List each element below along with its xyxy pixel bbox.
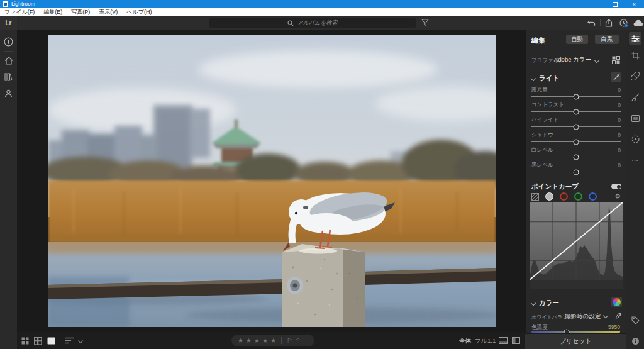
slider-knob[interactable] [574, 125, 579, 130]
channel-red-button[interactable] [560, 192, 568, 201]
slider-row-shadows: シャドウ 0 [531, 131, 621, 147]
menu-edit[interactable]: 編集(E) [39, 8, 67, 16]
slider-knob[interactable] [574, 170, 579, 175]
shadows-slider[interactable] [531, 139, 621, 145]
grid-view-button[interactable] [21, 336, 30, 345]
search-input[interactable]: アルバムを検索 [209, 18, 416, 28]
wb-eyedropper-button[interactable] [615, 312, 622, 319]
slider-row-contrast: コントラスト 0 [531, 101, 621, 116]
healing-tool-button[interactable] [629, 70, 641, 82]
filmstrip-toggle-button[interactable] [499, 336, 508, 345]
titlebar: Lightroom × [0, 0, 644, 8]
slider-label: 黒レベル [531, 162, 553, 169]
star-4[interactable]: ★ [262, 335, 268, 346]
star-1[interactable]: ★ [238, 335, 243, 346]
color-mixer-button[interactable] [611, 297, 622, 307]
exposure-slider[interactable] [531, 94, 621, 100]
community-button[interactable] [0, 87, 17, 99]
zoom-fit-button[interactable]: 全体 [459, 337, 471, 345]
star-2[interactable]: ★ [246, 335, 252, 346]
edit-tool-button[interactable] [629, 32, 641, 45]
frame-tool-button[interactable] [629, 112, 641, 125]
channel-luma-button[interactable] [545, 192, 553, 201]
target-circle-icon [631, 135, 640, 143]
light-section-header[interactable]: ライト [531, 74, 559, 83]
eyedropper-icon [615, 312, 622, 319]
person-icon [4, 89, 13, 97]
color-chevron-icon [531, 301, 536, 306]
pick-flag-button[interactable]: ⚐ [287, 335, 292, 346]
square-grid-view-button[interactable] [33, 336, 42, 345]
rating-flag-pill: ★ ★ ★ ★ ★ ⚐ ⚐ [231, 335, 314, 346]
slider-knob[interactable] [574, 109, 579, 115]
crop-tool-button[interactable] [629, 49, 641, 62]
slider-knob[interactable] [574, 155, 579, 160]
star-5[interactable]: ★ [270, 335, 276, 346]
curve-settings-button[interactable]: ⚙ [614, 192, 621, 201]
menu-help[interactable]: ヘルプ(H) [122, 8, 156, 16]
keywords-button[interactable] [629, 314, 641, 326]
detail-view-button[interactable] [47, 336, 55, 345]
slider-value: 0 [618, 102, 621, 108]
profile-value[interactable]: Adobe カラー [554, 56, 591, 64]
profile-browser-button[interactable] [612, 56, 620, 64]
slider-knob[interactable] [574, 94, 579, 100]
bw-button[interactable]: 白黒 [595, 35, 619, 44]
zoom-full-button[interactable]: フル [475, 337, 487, 345]
reject-flag-button[interactable]: ⚐ [295, 335, 301, 346]
slider-value: 0 [618, 162, 621, 169]
healing-bandaid-icon [631, 72, 640, 80]
bottombar-divider [60, 337, 60, 344]
photo[interactable] [48, 35, 496, 327]
zoom-1to1-button[interactable]: 1:1 [487, 337, 496, 344]
point-curve-toggle[interactable] [611, 184, 621, 189]
presets-bar: プリセット [525, 333, 626, 349]
sort-icon [65, 337, 74, 344]
menu-photo[interactable]: 写真(P) [67, 8, 94, 16]
undo-button[interactable] [586, 18, 596, 28]
menu-file[interactable]: ファイル(F) [0, 8, 39, 16]
library-icon [4, 73, 13, 81]
masking-tool-button[interactable] [629, 91, 641, 103]
filmstrip-icon [499, 337, 508, 344]
close-button[interactable]: × [625, 0, 644, 8]
lr-logo: Lr [0, 16, 17, 30]
info-button[interactable] [629, 335, 641, 347]
blacks-slider[interactable] [531, 169, 621, 175]
tool-rail: … [626, 30, 644, 349]
channel-green-button[interactable] [574, 192, 582, 201]
sort-chevron[interactable] [76, 336, 85, 345]
menubar: ファイル(F) 編集(E) 写真(P) 表示(V) ヘルプ(H) [0, 8, 644, 16]
tone-curve-area[interactable] [530, 202, 623, 289]
maximize-button[interactable] [605, 0, 625, 8]
filter-button[interactable] [421, 19, 430, 27]
tone-curve-button[interactable] [611, 72, 621, 82]
filter-icon [421, 19, 429, 26]
color-section-header[interactable]: カラー [531, 299, 559, 307]
presets-button[interactable]: プリセット [559, 337, 591, 346]
contrast-slider[interactable] [531, 109, 621, 115]
slider-value: 0 [618, 117, 621, 123]
redeye-tool-button[interactable] [629, 133, 641, 145]
home-button[interactable] [0, 54, 17, 67]
my-photos-button[interactable] [0, 70, 17, 83]
add-photos-button[interactable] [0, 35, 17, 48]
curve-mode-button[interactable] [531, 193, 539, 201]
slider-knob[interactable] [574, 140, 579, 145]
more-tools-button[interactable]: … [629, 152, 641, 165]
highlights-slider[interactable] [531, 124, 621, 130]
wb-value[interactable]: 撮影時の設定 [565, 313, 601, 321]
sort-button[interactable] [65, 336, 74, 345]
notifications-button[interactable] [618, 18, 628, 28]
minimize-button[interactable] [586, 0, 605, 8]
channel-blue-button[interactable] [589, 192, 597, 201]
share-button[interactable] [604, 18, 614, 28]
auto-button[interactable]: 自動 [566, 35, 588, 44]
brush-icon [631, 93, 640, 101]
whites-slider[interactable] [531, 154, 621, 160]
cloud-button[interactable] [633, 18, 643, 28]
before-after-button[interactable] [511, 336, 520, 345]
star-3[interactable]: ★ [254, 335, 260, 346]
menu-view[interactable]: 表示(V) [94, 8, 122, 16]
search-icon [287, 20, 294, 26]
